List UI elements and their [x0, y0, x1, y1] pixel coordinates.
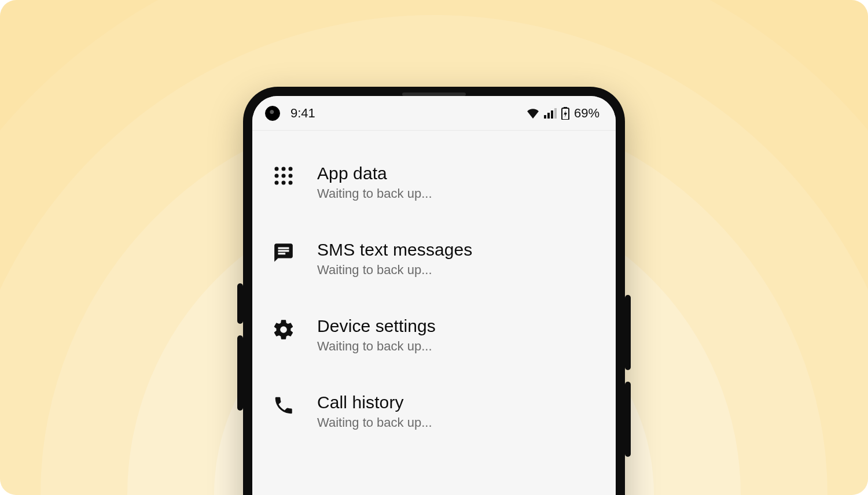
item-subtitle: Waiting to back up... [317, 415, 432, 430]
svg-point-14 [289, 181, 293, 185]
svg-rect-0 [544, 115, 546, 119]
svg-point-12 [275, 181, 279, 185]
svg-rect-2 [551, 110, 553, 119]
wifi-icon [527, 108, 539, 119]
phone-screen: 9:41 [252, 96, 616, 495]
battery-percent: 69% [574, 106, 599, 121]
list-item-device-settings[interactable]: Device settings Waiting to back up... [270, 303, 598, 379]
item-title: SMS text messages [317, 239, 472, 260]
svg-point-8 [289, 167, 293, 171]
svg-point-6 [275, 167, 279, 171]
apps-icon [270, 163, 297, 186]
status-time: 9:41 [290, 106, 315, 121]
svg-point-7 [282, 167, 286, 171]
item-subtitle: Waiting to back up... [317, 263, 472, 278]
message-icon [270, 239, 297, 264]
svg-point-11 [289, 174, 293, 178]
phone-side-button [237, 335, 243, 411]
item-title: App data [317, 163, 432, 184]
svg-rect-1 [547, 113, 550, 119]
svg-rect-3 [554, 108, 557, 119]
list-item-app-data[interactable]: App data Waiting to back up... [270, 150, 598, 227]
phone-side-button [625, 382, 631, 457]
svg-point-9 [275, 174, 279, 178]
item-subtitle: Waiting to back up... [317, 339, 436, 354]
phone-side-button [625, 295, 631, 370]
stage: 9:41 [0, 0, 868, 495]
gear-icon [270, 316, 297, 341]
item-title: Call history [317, 392, 432, 413]
status-bar: 9:41 [252, 96, 616, 131]
list-item-sms[interactable]: SMS text messages Waiting to back up... [270, 227, 598, 303]
svg-point-13 [282, 181, 286, 185]
battery-icon [561, 107, 569, 120]
item-subtitle: Waiting to back up... [317, 186, 432, 201]
svg-point-10 [282, 174, 286, 178]
list-item-call-history[interactable]: Call history Waiting to back up... [270, 379, 598, 456]
backup-list: App data Waiting to back up... SMS text … [252, 131, 616, 456]
phone-frame: 9:41 [243, 87, 625, 495]
camera-hole [265, 106, 280, 121]
cellular-icon [544, 108, 557, 119]
phone-icon [270, 392, 297, 416]
phone-side-button [237, 283, 243, 324]
item-title: Device settings [317, 316, 436, 337]
